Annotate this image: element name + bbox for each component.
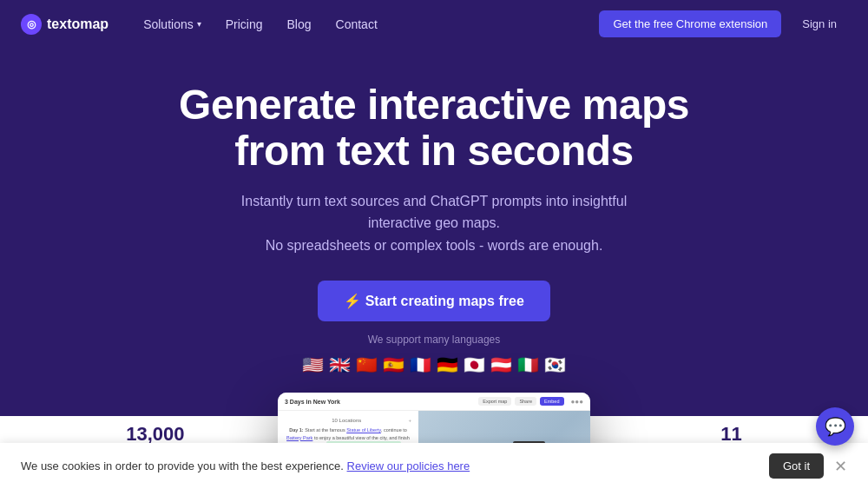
cookie-banner: We use cookies in order to provide you w… — [0, 443, 868, 489]
chrome-extension-button[interactable]: Get the free Chrome extension — [599, 10, 781, 37]
nav-actions: Get the free Chrome extension Sign in — [599, 10, 847, 37]
nav-contact-label: Contact — [336, 17, 378, 31]
video-top-actions: Export map Share Embed ●●● — [478, 397, 583, 406]
hero-section: Generate interactive maps from text in s… — [0, 48, 868, 489]
nav-solutions[interactable]: Solutions ▾ — [133, 12, 212, 36]
got-it-button[interactable]: Got it — [769, 453, 824, 479]
hero-subtitle-line2: No spreadsheets or complex tools - words… — [266, 238, 603, 253]
signin-button[interactable]: Sign in — [792, 10, 847, 37]
cookie-actions: Got it ✕ — [769, 453, 847, 479]
chat-icon: 💬 — [825, 416, 846, 437]
flags-row: 🇺🇸 🇬🇧 🇨🇳 🇪🇸 🇫🇷 🇩🇪 🇯🇵 🇦🇹 🇮🇹 🇰🇷 — [17, 354, 851, 375]
flag-at: 🇦🇹 — [490, 354, 512, 375]
flag-de: 🇩🇪 — [437, 354, 458, 375]
flag-cn: 🇨🇳 — [356, 354, 378, 375]
logo-text: textomap — [47, 17, 108, 32]
logo[interactable]: ◎ textomap — [21, 14, 108, 35]
hero-subtitle: Instantly turn text sources and ChatGPT … — [208, 190, 660, 257]
nav-pricing[interactable]: Pricing — [215, 12, 273, 36]
nav-pricing-label: Pricing — [226, 17, 263, 31]
flag-us: 🇺🇸 — [302, 354, 324, 375]
cookie-close-button[interactable]: ✕ — [834, 457, 847, 476]
flag-jp: 🇯🇵 — [464, 354, 485, 375]
video-top-bar: 3 Days in New York Export map Share Embe… — [278, 393, 590, 411]
flag-es: 🇪🇸 — [383, 354, 404, 375]
cookie-policy-link[interactable]: Review our policies here — [347, 459, 470, 472]
hero-title: Generate interactive maps from text in s… — [130, 83, 738, 175]
nav-links: Solutions ▾ Pricing Blog Contact — [133, 12, 599, 36]
cookie-text: We use cookies in order to provide you w… — [21, 459, 470, 472]
nav-solutions-label: Solutions — [143, 17, 194, 31]
start-creating-button[interactable]: ⚡ Start creating maps free — [318, 281, 550, 321]
hero-title-line2: from text in seconds — [234, 128, 633, 174]
share-button[interactable]: Share — [515, 397, 536, 406]
export-map-button[interactable]: Export map — [478, 397, 511, 406]
languages-label: We support many languages — [17, 334, 851, 346]
hero-subtitle-line1: Instantly turn text sources and ChatGPT … — [241, 194, 627, 231]
video-top-title: 3 Days in New York — [285, 399, 340, 405]
nav-blog-label: Blog — [287, 17, 312, 31]
nav-blog[interactable]: Blog — [277, 12, 322, 36]
chat-bubble-button[interactable]: 💬 — [816, 407, 854, 446]
nav-contact[interactable]: Contact — [326, 12, 388, 36]
location-count: 10 Locations + — [285, 418, 411, 423]
hero-title-line1: Generate interactive maps — [179, 82, 689, 128]
logo-icon: ◎ — [21, 14, 42, 35]
chevron-down-icon: ▾ — [197, 19, 201, 29]
flag-gb: 🇬🇧 — [329, 354, 351, 375]
cookie-message: We use cookies in order to provide you w… — [21, 459, 344, 472]
flag-it: 🇮🇹 — [517, 354, 539, 375]
navbar: ◎ textomap Solutions ▾ Pricing Blog Cont… — [0, 0, 868, 48]
more-icon: ●●● — [571, 398, 584, 406]
flag-fr: 🇫🇷 — [410, 354, 431, 375]
embed-button[interactable]: Embed — [540, 397, 563, 406]
flag-kr: 🇰🇷 — [544, 354, 566, 375]
